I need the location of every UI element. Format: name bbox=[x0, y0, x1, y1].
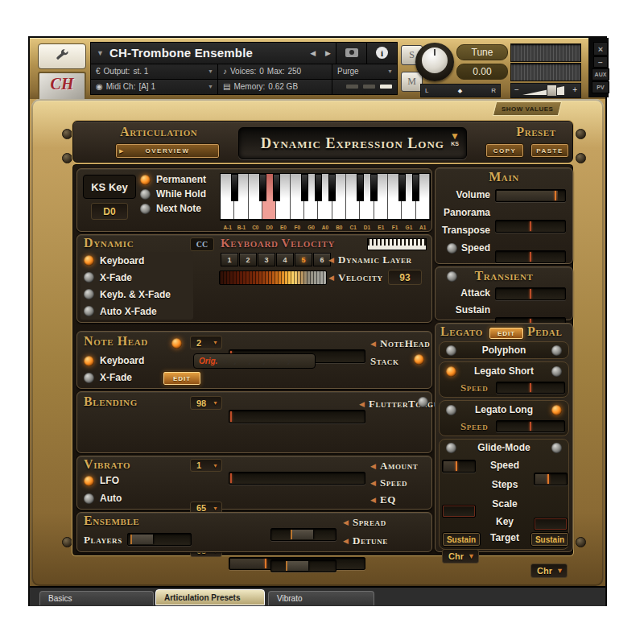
ks-option-next-note[interactable]: Next Note bbox=[140, 203, 206, 214]
led-indicator[interactable] bbox=[446, 405, 456, 415]
copy-button[interactable]: COPY bbox=[485, 143, 524, 158]
tune-knob[interactable] bbox=[415, 43, 454, 81]
led-indicator[interactable] bbox=[446, 366, 456, 377]
dynamic-option-keyboard[interactable]: Keyboard bbox=[80, 252, 193, 269]
players-slider[interactable] bbox=[127, 533, 192, 546]
led-indicator[interactable] bbox=[551, 443, 562, 453]
aux-button[interactable]: AUX bbox=[592, 68, 609, 80]
legato-edit-button[interactable]: EDIT bbox=[489, 327, 524, 340]
led-indicator[interactable] bbox=[140, 204, 151, 214]
led-indicator[interactable] bbox=[551, 366, 562, 377]
spread-slider[interactable] bbox=[270, 528, 336, 541]
led-indicator[interactable] bbox=[84, 476, 94, 486]
instrument-menu-icon[interactable]: ▼ bbox=[91, 49, 109, 57]
glide-steps-box-left[interactable] bbox=[442, 505, 476, 518]
velocity-value[interactable]: 93 bbox=[388, 270, 422, 285]
attack-slider[interactable] bbox=[495, 287, 566, 300]
dynamic-option-auto-xfade[interactable]: Auto X-Fade bbox=[80, 303, 193, 320]
black-key[interactable] bbox=[273, 174, 280, 201]
led-indicator[interactable] bbox=[446, 345, 456, 356]
note-head-option-keyboard[interactable]: Keyboard bbox=[84, 355, 144, 366]
ks-option-permanent[interactable]: Permanent bbox=[140, 174, 206, 185]
glide-steps-box-right[interactable] bbox=[534, 518, 568, 530]
prev-instrument-icon[interactable]: ◀ bbox=[305, 49, 320, 57]
scale-select-left[interactable]: Chr▼ bbox=[442, 549, 479, 564]
info-button[interactable]: i bbox=[366, 43, 397, 64]
polyphon-row[interactable]: Polyphon bbox=[439, 341, 569, 359]
volume-handle[interactable] bbox=[547, 85, 557, 97]
black-key[interactable] bbox=[301, 174, 308, 201]
close-button[interactable]: × bbox=[593, 42, 608, 56]
blending-value-select[interactable]: 98 ▼ bbox=[190, 396, 222, 410]
led-indicator[interactable] bbox=[84, 373, 94, 383]
tab-basics[interactable]: Basics bbox=[39, 591, 154, 605]
cc-button[interactable]: CC bbox=[190, 237, 214, 251]
pv-button[interactable]: PV bbox=[592, 81, 609, 93]
articulation-display[interactable]: Dynamic Expression Long ▼ KS bbox=[238, 127, 467, 159]
tune-value[interactable]: 0.00 bbox=[456, 64, 508, 80]
notehead-edit-button[interactable]: EDIT bbox=[163, 371, 201, 386]
ks-key-value[interactable]: D0 bbox=[91, 203, 128, 220]
note-head-option-xfade[interactable]: X-Fade bbox=[84, 372, 132, 383]
vibrato-option-lfo[interactable]: LFO bbox=[84, 475, 119, 486]
led-indicator[interactable] bbox=[84, 306, 94, 316]
led-indicator[interactable] bbox=[551, 405, 562, 415]
eighth-note-icon[interactable]: ♪ bbox=[287, 357, 291, 366]
black-key[interactable] bbox=[259, 174, 266, 201]
dynamic-option-xfade[interactable]: X-Fade bbox=[80, 269, 193, 286]
black-key[interactable] bbox=[398, 174, 406, 201]
led-indicator[interactable] bbox=[84, 255, 94, 266]
notehead-duration-bar[interactable]: Orig. ○ ♩ ♩ ♩ ♪ ♪ bbox=[193, 353, 316, 369]
eighth-note-icon[interactable]: ♪ bbox=[277, 357, 282, 366]
detune-slider[interactable] bbox=[270, 559, 336, 572]
fluttertongue-led[interactable] bbox=[418, 397, 428, 407]
keyswitch-keyboard[interactable]: A-1B-1C0D0E0F0G0A0B0C1D1E1F1G1A1 bbox=[220, 173, 431, 221]
black-key[interactable] bbox=[328, 174, 336, 201]
output-select[interactable]: € Output: st. 1 ▼ bbox=[91, 64, 218, 79]
vibrato-amount-slider[interactable] bbox=[229, 472, 365, 485]
legato-long-speed-slider[interactable] bbox=[496, 420, 565, 432]
purge-menu[interactable]: Purge ▼ bbox=[332, 64, 397, 79]
legato-short-speed-slider[interactable] bbox=[496, 382, 565, 394]
led-indicator[interactable] bbox=[84, 272, 94, 283]
volume-slider[interactable]: − + bbox=[510, 83, 581, 98]
led-indicator[interactable] bbox=[84, 289, 94, 299]
black-key[interactable] bbox=[231, 174, 238, 201]
ks-option-while-hold[interactable]: While Hold bbox=[140, 188, 206, 200]
black-key[interactable] bbox=[370, 174, 378, 201]
black-key[interactable] bbox=[412, 174, 419, 201]
velocity-meter[interactable] bbox=[219, 270, 327, 285]
layer-button-2[interactable]: 2 bbox=[239, 253, 257, 266]
whole-note-icon[interactable]: ○ bbox=[223, 357, 227, 365]
layer-button-1[interactable]: 1 bbox=[221, 253, 238, 266]
next-instrument-icon[interactable]: ▶ bbox=[320, 49, 336, 57]
stack-led[interactable] bbox=[414, 354, 424, 365]
led-indicator[interactable] bbox=[140, 175, 151, 185]
scale-select-right[interactable]: Chr▼ bbox=[530, 564, 568, 578]
pan-slider[interactable]: L ◆ R bbox=[420, 84, 501, 97]
quarter-note-icon[interactable]: ♩ bbox=[248, 357, 257, 366]
glide-speed-slider-right[interactable] bbox=[534, 473, 568, 485]
vibrato-option-auto[interactable]: Auto bbox=[84, 493, 122, 504]
quarter-note-icon[interactable]: ♩ bbox=[262, 357, 271, 366]
main-panorama-slider[interactable] bbox=[495, 220, 566, 233]
ks-dropdown[interactable]: ▼ KS bbox=[450, 131, 460, 147]
black-key[interactable] bbox=[357, 174, 364, 201]
notehead-count-select[interactable]: 2 ▼ bbox=[190, 336, 222, 349]
led-indicator[interactable] bbox=[446, 443, 456, 453]
led-indicator[interactable] bbox=[84, 356, 94, 366]
black-key[interactable] bbox=[315, 174, 322, 201]
layer-button-4[interactable]: 4 bbox=[276, 253, 294, 266]
main-transpose-slider[interactable] bbox=[495, 250, 566, 263]
midi-channel-select[interactable]: ◉ Midi Ch: [A] 1 ▼ bbox=[91, 80, 218, 94]
layer-button-3[interactable]: 3 bbox=[258, 253, 275, 266]
blending-slider[interactable] bbox=[229, 410, 365, 423]
main-volume-slider[interactable] bbox=[495, 189, 566, 202]
target-button-left[interactable]: Sustain bbox=[442, 532, 481, 547]
wrench-button[interactable] bbox=[38, 43, 86, 69]
led-indicator[interactable] bbox=[84, 493, 94, 504]
overview-button[interactable]: ▶ OVERVIEW bbox=[115, 143, 220, 159]
tab-vibrato[interactable]: Vibrato bbox=[268, 591, 374, 605]
led-indicator[interactable] bbox=[551, 345, 562, 356]
led-indicator[interactable] bbox=[140, 189, 151, 200]
